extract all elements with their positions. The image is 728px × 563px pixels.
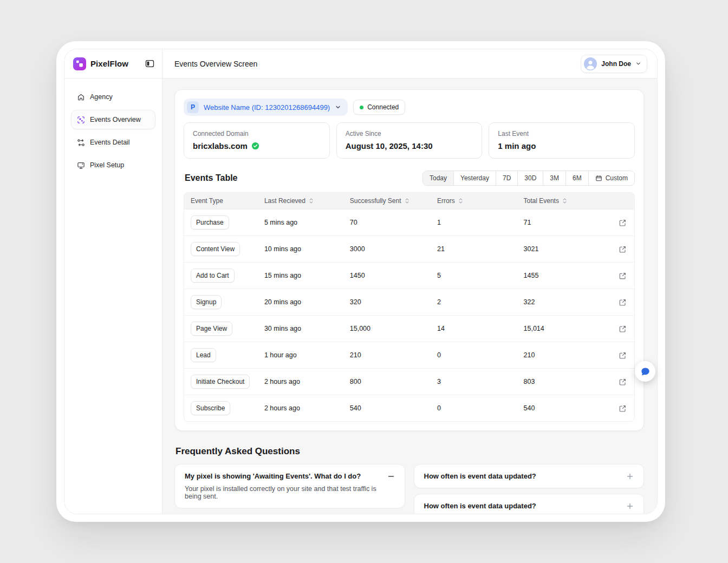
chevron-down-icon xyxy=(335,104,341,110)
event-type-badge: Initiate Checkout xyxy=(191,375,250,389)
filter-7d[interactable]: 7D xyxy=(496,171,518,185)
column-header-event-type: Event Type xyxy=(184,197,264,205)
external-link-icon[interactable] xyxy=(619,272,627,280)
sidebar: Agency Events Overview Events Detail Pix… xyxy=(64,78,162,514)
external-link-icon[interactable] xyxy=(619,298,627,306)
column-header-successfully-sent[interactable]: Successfully Sent xyxy=(350,197,437,205)
successfully-sent-cell: 70 xyxy=(350,219,437,226)
avatar xyxy=(584,57,597,70)
table-row: Initiate Checkout 2 hours ago 800 3 803 xyxy=(184,368,634,395)
table-row: Add to Cart 15 mins ago 1450 5 1455 xyxy=(184,262,634,289)
sort-icon[interactable] xyxy=(405,198,410,204)
sidebar-item-label: Agency xyxy=(90,93,113,101)
table-row: Lead 1 hour ago 210 0 210 xyxy=(184,342,634,368)
info-card-active-since: Active Since August 10, 2025, 14:30 xyxy=(336,122,483,159)
sidebar-item-events-detail[interactable]: Events Detail xyxy=(71,133,155,152)
info-card-label: Active Since xyxy=(346,130,473,138)
errors-cell: 1 xyxy=(437,219,524,226)
header-main: Events Overview Screen John Doe xyxy=(162,49,657,78)
faq-item[interactable]: How often is event data updated? xyxy=(414,464,645,488)
total-events-cell: 540 xyxy=(524,404,616,412)
table-row: Content View 10 mins ago 3000 21 3021 xyxy=(184,235,634,262)
table-row: Page View 30 mins ago 15,000 14 15,014 xyxy=(184,315,634,342)
table-header: Event Type Last Recieved Successfully Se… xyxy=(184,193,634,209)
faq-item[interactable]: How often is event data updated? xyxy=(414,494,645,514)
sort-icon[interactable] xyxy=(309,198,314,204)
faq-item[interactable]: My pixel is showing 'Awaiting Events'. W… xyxy=(174,464,405,508)
main-content: P Website Name (ID: 1230201268694499) Co… xyxy=(162,78,657,514)
pixel-setup-icon xyxy=(77,161,85,169)
filter-yesterday[interactable]: Yesterday xyxy=(454,171,496,185)
last-received-cell: 2 hours ago xyxy=(264,378,350,385)
errors-cell: 0 xyxy=(437,351,524,359)
last-received-cell: 1 hour ago xyxy=(264,351,350,359)
event-type-badge: Purchase xyxy=(191,215,229,230)
chat-bubble-button[interactable] xyxy=(635,361,655,382)
sidebar-item-pixel-setup[interactable]: Pixel Setup xyxy=(71,155,155,175)
events-table: Event Type Last Recieved Successfully Se… xyxy=(184,192,635,422)
website-selector-dropdown[interactable]: P Website Name (ID: 1230201268694499) xyxy=(184,99,348,116)
successfully-sent-cell: 800 xyxy=(350,378,437,385)
website-initial-badge: P xyxy=(187,101,199,113)
filter-30d[interactable]: 30D xyxy=(518,171,543,185)
filter-6m[interactable]: 6M xyxy=(566,171,589,185)
pixelflow-logo-icon xyxy=(73,57,86,70)
total-events-cell: 71 xyxy=(524,219,616,226)
faq-column-right: How often is event data updated? How oft… xyxy=(414,464,645,514)
status-label: Connected xyxy=(367,103,399,111)
external-link-icon[interactable] xyxy=(619,351,627,359)
column-header-total-events[interactable]: Total Events xyxy=(524,197,616,205)
successfully-sent-cell: 540 xyxy=(350,404,437,412)
errors-cell: 2 xyxy=(437,298,524,306)
external-link-icon[interactable] xyxy=(619,325,627,333)
total-events-cell: 3021 xyxy=(524,245,616,253)
external-link-icon[interactable] xyxy=(619,219,627,227)
successfully-sent-cell: 15,000 xyxy=(350,325,437,332)
table-row: Purchase 5 mins ago 70 1 71 xyxy=(184,209,634,235)
table-row: Subscribe 2 hours ago 540 0 540 xyxy=(184,395,634,421)
page-title: Events Overview Screen xyxy=(174,60,257,68)
chat-icon xyxy=(640,366,651,377)
plus-icon[interactable] xyxy=(626,473,634,480)
filter-3m[interactable]: 3M xyxy=(543,171,566,185)
faq-question: My pixel is showing 'Awaiting Events'. W… xyxy=(185,472,361,480)
verified-badge-icon xyxy=(251,142,259,150)
plus-icon[interactable] xyxy=(626,502,634,510)
errors-cell: 3 xyxy=(437,378,524,385)
filter-today[interactable]: Today xyxy=(423,171,454,185)
last-received-cell: 5 mins ago xyxy=(264,219,350,226)
external-link-icon[interactable] xyxy=(619,378,627,386)
user-name: John Doe xyxy=(601,60,631,68)
events-table-title: Events Table xyxy=(184,173,238,183)
column-header-last-recieved[interactable]: Last Recieved xyxy=(264,197,350,205)
sidebar-item-events-overview[interactable]: Events Overview xyxy=(71,110,155,129)
column-header-errors[interactable]: Errors xyxy=(437,197,524,205)
filter-custom[interactable]: Custom xyxy=(589,171,634,185)
event-type-badge: Lead xyxy=(191,348,216,362)
faq-answer: Your pixel is installed correctly on you… xyxy=(185,485,395,500)
info-card-value: August 10, 2025, 14:30 xyxy=(346,141,473,150)
sidebar-item-agency[interactable]: Agency xyxy=(71,87,155,107)
user-menu-button[interactable]: John Doe xyxy=(581,55,647,73)
chevron-down-icon xyxy=(635,61,641,67)
external-link-icon[interactable] xyxy=(619,245,627,253)
app-header: PixelFlow Events Overview Screen John Do… xyxy=(64,49,657,78)
successfully-sent-cell: 3000 xyxy=(350,245,437,253)
info-card-value: bricxlabs.com xyxy=(193,141,321,150)
total-events-cell: 15,014 xyxy=(524,325,616,332)
successfully-sent-cell: 1450 xyxy=(350,272,437,279)
sort-icon[interactable] xyxy=(562,198,567,204)
minus-icon[interactable] xyxy=(387,473,395,480)
faq-question: How often is event data updated? xyxy=(424,502,536,510)
date-filter-group: Today Yesterday 7D 30D 3M 6M Custom xyxy=(422,171,635,186)
total-events-cell: 1455 xyxy=(524,272,616,279)
last-received-cell: 2 hours ago xyxy=(264,404,350,412)
sidebar-item-label: Events Overview xyxy=(90,116,141,123)
sidebar-nav: Agency Events Overview Events Detail Pix… xyxy=(71,87,155,175)
sort-icon[interactable] xyxy=(458,198,463,204)
info-card-label: Last Event xyxy=(498,130,626,138)
sidebar-collapse-icon[interactable] xyxy=(145,60,154,68)
selector-row: P Website Name (ID: 1230201268694499) Co… xyxy=(184,99,635,116)
events-detail-icon xyxy=(77,139,85,147)
external-link-icon[interactable] xyxy=(619,404,627,413)
